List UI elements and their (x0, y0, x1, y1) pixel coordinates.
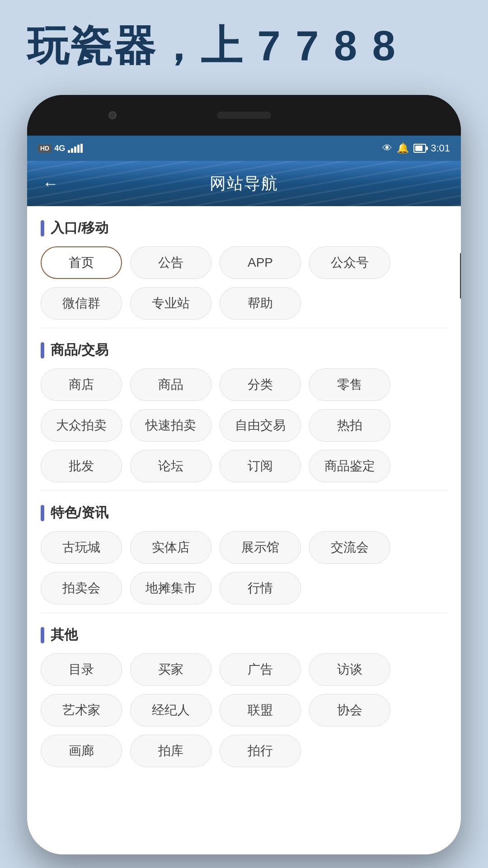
nav-btn-3-6[interactable]: 联盟 (220, 694, 301, 726)
section-indicator (41, 627, 44, 643)
nav-btn-1-3[interactable]: 零售 (309, 368, 390, 401)
nav-btn-2-3[interactable]: 交流会 (309, 531, 390, 564)
section-indicator (41, 342, 44, 359)
camera (108, 111, 117, 119)
status-right: 👁 🔔 3:01 (382, 142, 450, 154)
page-title: 网站导航 (210, 173, 278, 195)
section-title-text: 入口/移动 (51, 219, 108, 237)
time-display: 3:01 (431, 142, 450, 154)
nav-btn-1-1[interactable]: 商品 (130, 368, 211, 401)
eye-icon: 👁 (382, 142, 392, 154)
nav-btn-2-0[interactable]: 古玩城 (41, 531, 122, 564)
nav-btn-2-4[interactable]: 拍卖会 (41, 572, 122, 604)
side-button (460, 253, 461, 298)
back-button[interactable]: ← (38, 170, 63, 198)
4g-indicator: 4G (54, 144, 65, 153)
nav-btn-3-0[interactable]: 目录 (41, 653, 122, 686)
content-area: 入口/移动首页公告APP公众号微信群专业站帮助商品/交易商店商品分类零售大众拍卖… (27, 206, 461, 854)
nav-btn-2-5[interactable]: 地摊集市 (130, 572, 211, 604)
btn-grid-1: 商店商品分类零售大众拍卖快速拍卖自由交易热拍批发论坛订阅商品鉴定 (41, 368, 447, 486)
nav-btn-1-2[interactable]: 分类 (220, 368, 301, 401)
nav-btn-0-5[interactable]: 专业站 (130, 287, 211, 320)
phone-screen: HD 4G 👁 🔔 3:01 (27, 136, 461, 854)
section-title-3: 其他 (41, 626, 447, 644)
section-title-text: 特色/资讯 (51, 504, 108, 522)
btn-grid-2: 古玩城实体店展示馆交流会拍卖会地摊集市行情 (41, 531, 447, 608)
nav-btn-2-6[interactable]: 行情 (220, 572, 301, 604)
nav-btn-3-10[interactable]: 拍行 (220, 735, 301, 767)
btn-grid-0: 首页公告APP公众号微信群专业站帮助 (41, 246, 447, 323)
nav-btn-3-5[interactable]: 经纪人 (130, 694, 211, 726)
phone-frame: HD 4G 👁 🔔 3:01 (27, 95, 461, 854)
nav-btn-1-8[interactable]: 批发 (41, 450, 122, 482)
section-title-text: 其他 (51, 626, 78, 644)
nav-btn-3-1[interactable]: 买家 (130, 653, 211, 686)
nav-btn-2-2[interactable]: 展示馆 (220, 531, 301, 564)
app-header: ← 网站导航 (27, 161, 461, 206)
section-section-entry: 入口/移动首页公告APP公众号微信群专业站帮助 (27, 206, 461, 328)
section-indicator (41, 505, 44, 521)
nav-btn-1-9[interactable]: 论坛 (130, 450, 211, 482)
section-title-2: 特色/资讯 (41, 504, 447, 522)
phone-top-bar (27, 95, 461, 136)
battery-icon (413, 144, 426, 153)
nav-btn-3-8[interactable]: 画廊 (41, 735, 122, 767)
nav-btn-1-0[interactable]: 商店 (41, 368, 122, 401)
nav-btn-3-2[interactable]: 广告 (220, 653, 301, 686)
nav-btn-1-5[interactable]: 快速拍卖 (130, 409, 211, 442)
nav-btn-1-6[interactable]: 自由交易 (220, 409, 301, 442)
nav-btn-1-4[interactable]: 大众拍卖 (41, 409, 122, 442)
bell-icon: 🔔 (397, 142, 409, 154)
nav-btn-3-9[interactable]: 拍库 (130, 735, 211, 767)
section-title-text: 商品/交易 (51, 341, 108, 359)
nav-btn-3-3[interactable]: 访谈 (309, 653, 390, 686)
section-section-goods: 商品/交易商店商品分类零售大众拍卖快速拍卖自由交易热拍批发论坛订阅商品鉴定 (27, 328, 461, 491)
nav-btn-3-4[interactable]: 艺术家 (41, 694, 122, 726)
nav-btn-0-1[interactable]: 公告 (130, 246, 211, 279)
status-bar: HD 4G 👁 🔔 3:01 (27, 136, 461, 161)
signal-bars (68, 144, 83, 153)
section-title-0: 入口/移动 (41, 219, 447, 237)
nav-btn-0-3[interactable]: 公众号 (309, 246, 390, 279)
app-tagline: 玩瓷器，上 7 7 8 8 (27, 18, 397, 74)
nav-btn-0-0[interactable]: 首页 (41, 246, 122, 279)
btn-grid-3: 目录买家广告访谈艺术家经纪人联盟协会画廊拍库拍行 (41, 653, 447, 771)
nav-btn-0-6[interactable]: 帮助 (220, 287, 301, 320)
nav-btn-2-1[interactable]: 实体店 (130, 531, 211, 564)
nav-btn-1-10[interactable]: 订阅 (220, 450, 301, 482)
section-section-other: 其他目录买家广告访谈艺术家经纪人联盟协会画廊拍库拍行 (27, 613, 461, 775)
nav-btn-1-11[interactable]: 商品鉴定 (309, 450, 390, 482)
nav-btn-3-7[interactable]: 协会 (309, 694, 390, 726)
nav-btn-0-4[interactable]: 微信群 (41, 287, 122, 320)
speaker (217, 112, 271, 119)
section-indicator (41, 220, 44, 236)
hd-badge: HD (38, 144, 52, 152)
section-section-features: 特色/资讯古玩城实体店展示馆交流会拍卖会地摊集市行情 (27, 491, 461, 613)
nav-btn-1-7[interactable]: 热拍 (309, 409, 390, 442)
nav-btn-0-2[interactable]: APP (220, 246, 301, 279)
status-left: HD 4G (38, 144, 83, 153)
section-title-1: 商品/交易 (41, 341, 447, 359)
